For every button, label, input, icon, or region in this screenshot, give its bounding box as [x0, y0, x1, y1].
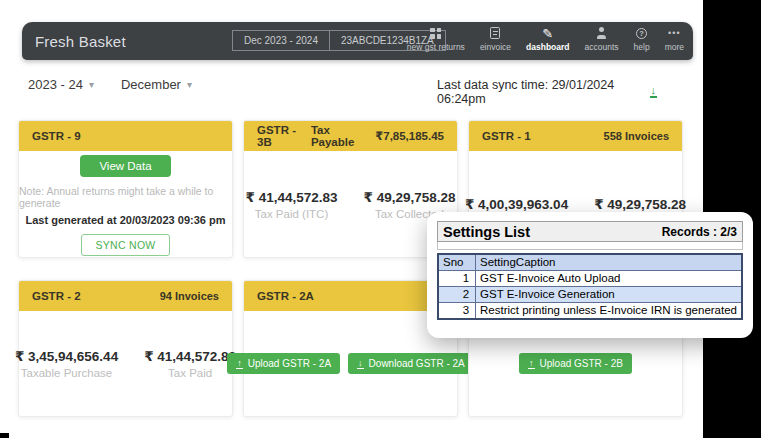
invoice-count-badge: 94 Invoices	[160, 290, 219, 302]
person-icon	[596, 26, 608, 40]
gstr9-note: Note: Annual returns might take a while …	[19, 185, 232, 209]
card-gstr9-header: GSTR - 9	[19, 121, 232, 151]
question-icon: ?	[636, 26, 647, 40]
nav-accounts[interactable]: accounts	[585, 26, 619, 52]
card-gstr2-body: ₹ 3,45,94,656.44 Taxable Purchase ₹ 41,4…	[19, 311, 232, 416]
stat-value: ₹ 41,44,572.83	[144, 348, 236, 364]
button-label: Download GSTR - 2A	[369, 358, 465, 369]
header-nav: new gst returns einvoice ✎ dashboard acc…	[407, 26, 684, 58]
button-label: Upload GSTR - 2B	[540, 358, 623, 369]
nav-label: dashboard	[526, 42, 569, 52]
settings-popup-titlebar: Settings List Records : 2/3	[437, 221, 743, 242]
document-icon	[490, 26, 500, 40]
download-gstr2a-button[interactable]: ↓ Download GSTR - 2A	[348, 353, 474, 374]
grid-icon	[430, 26, 441, 40]
card-title: GSTR - 9	[32, 130, 81, 142]
card-gstr2a-header: GSTR - 2A	[244, 281, 457, 311]
stat-value: ₹ 3,45,94,656.44	[15, 348, 118, 364]
invoice-count-badge: 558 Invoices	[604, 130, 669, 142]
black-corner-artifact	[0, 433, 9, 438]
nav-label: accounts	[585, 42, 619, 52]
card-gstr1-header: GSTR - 1 558 Invoices	[469, 121, 682, 151]
nav-label: more	[665, 42, 684, 52]
stat-label: Taxable Purchase	[15, 367, 118, 379]
card-gstr3b: GSTR - 3B Tax Payable ₹7,85,185.45 ₹ 41,…	[243, 120, 458, 258]
button-label: Upload GSTR - 2A	[248, 358, 331, 369]
row-caption: GST E-Invoice Generation	[476, 287, 742, 303]
stat-value: ₹ 4,00,39,963.04	[465, 196, 568, 212]
column-header-sno: Sno	[438, 254, 476, 271]
card-gstr3b-body: ₹ 41,44,572.83 Tax Paid (ITC) ₹ 49,29,75…	[244, 151, 457, 257]
stat-taxable-sales: ₹ 4,00,39,963.04	[465, 196, 568, 212]
settings-table: Sno SettingCaption 1 GST E-Invoice Auto …	[437, 253, 743, 320]
tax-payable-badge: Tax Payable ₹7,85,185.45	[311, 124, 444, 148]
nav-label: help	[634, 42, 650, 52]
gstr9-last-generated: Last generated at 20/03/2023 09:36 pm	[26, 214, 226, 226]
card-title: GSTR - 2	[32, 290, 81, 302]
card-gstr2: GSTR - 2 94 Invoices ₹ 3,45,94,656.44 Ta…	[18, 280, 233, 417]
nav-dashboard[interactable]: ✎ dashboard	[526, 26, 569, 52]
stat-tax-paid-itc: ₹ 41,44,572.83 Tax Paid (ITC)	[246, 189, 338, 220]
stat-value: ₹ 49,29,758.28	[364, 189, 456, 205]
stat-label: Tax Paid	[144, 367, 236, 379]
sync-status-text: Last data sync time: 29/01/2024 06:24pm	[437, 78, 643, 106]
year-dropdown[interactable]: 2023 - 24 ▾	[28, 77, 94, 92]
period-selector-button[interactable]: Dec 2023 - 2024	[232, 30, 330, 51]
row-caption: GST E-Invoice Auto Upload	[476, 271, 742, 287]
nav-help[interactable]: ? help	[634, 26, 650, 52]
settings-popup-title: Settings List	[443, 224, 530, 240]
filter-row: 2023 - 24 ▾ December ▾	[28, 77, 192, 92]
stat-label: Tax Paid (ITC)	[246, 208, 338, 220]
tax-payable-label: Tax Payable	[311, 124, 369, 148]
row-sno: 1	[438, 271, 476, 287]
sync-now-button[interactable]: SYNC NOW	[81, 234, 169, 256]
stat-value: ₹ 41,44,572.83	[246, 189, 338, 205]
year-dropdown-value: 2023 - 24	[28, 77, 83, 92]
view-data-button[interactable]: View Data	[80, 155, 170, 177]
download-icon[interactable]: ↓	[650, 86, 658, 98]
row-sno: 2	[438, 287, 476, 303]
records-count: Records : 2/3	[662, 225, 737, 239]
stat-tax-collected: ₹ 49,29,758.28	[594, 196, 686, 212]
stat-tax-paid: ₹ 41,44,572.83 Tax Paid	[144, 348, 236, 379]
nav-more[interactable]: ••• more	[665, 26, 684, 52]
settings-row[interactable]: 3 Restrict printing unless E-Invoice IRN…	[438, 303, 742, 320]
card-title: GSTR - 1	[482, 130, 531, 142]
app-header: Fresh Basket Dec 2023 - 2024 23ABCDE1234…	[22, 22, 693, 60]
nav-einvoice[interactable]: einvoice	[480, 26, 511, 52]
sync-status: Last data sync time: 29/01/2024 06:24pm …	[437, 78, 657, 106]
row-caption: Restrict printing unless E-Invoice IRN i…	[476, 303, 742, 320]
settings-popup-spacer	[437, 242, 743, 250]
card-gstr9-body: View Data Note: Annual returns might tak…	[19, 151, 232, 257]
card-gstr2a: GSTR - 2A ↑ Upload GSTR - 2A ↓ Download …	[243, 280, 458, 417]
card-title: GSTR - 2A	[257, 290, 314, 302]
download-icon: ↓	[357, 359, 364, 369]
settings-list-popup: Settings List Records : 2/3 Sno SettingC…	[427, 212, 753, 338]
row-sno: 3	[438, 303, 476, 320]
column-header-settingcaption: SettingCaption	[476, 254, 742, 271]
month-dropdown[interactable]: December ▾	[121, 77, 192, 92]
dashboard-page: Fresh Basket Dec 2023 - 2024 23ABCDE1234…	[0, 0, 761, 438]
stat-taxable-purchase: ₹ 3,45,94,656.44 Taxable Purchase	[15, 348, 118, 379]
nav-new-gst-returns[interactable]: new gst returns	[407, 26, 465, 52]
chevron-down-icon: ▾	[89, 80, 94, 90]
upload-gstr2b-button[interactable]: ↑ Upload GSTR - 2B	[519, 353, 632, 374]
stat-value: ₹ 49,29,758.28	[594, 196, 686, 212]
settings-table-header-row: Sno SettingCaption	[438, 254, 742, 271]
month-dropdown-value: December	[121, 77, 181, 92]
settings-row-selected[interactable]: 2 GST E-Invoice Generation	[438, 287, 742, 303]
tax-payable-value: ₹7,85,185.45	[375, 129, 444, 143]
settings-row[interactable]: 1 GST E-Invoice Auto Upload	[438, 271, 742, 287]
card-gstr2-header: GSTR - 2 94 Invoices	[19, 281, 232, 311]
upload-icon: ↑	[236, 359, 243, 369]
ellipsis-icon: •••	[668, 26, 680, 40]
nav-label: new gst returns	[407, 42, 465, 52]
pencil-icon: ✎	[542, 26, 553, 40]
card-gstr2a-body: ↑ Upload GSTR - 2A ↓ Download GSTR - 2A	[244, 311, 457, 416]
card-gstr9: GSTR - 9 View Data Note: Annual returns …	[18, 120, 233, 258]
upload-icon: ↑	[528, 359, 535, 369]
app-title: Fresh Basket	[35, 33, 126, 50]
upload-gstr2a-button[interactable]: ↑ Upload GSTR - 2A	[227, 353, 340, 374]
chevron-down-icon: ▾	[187, 80, 192, 90]
card-gstr3b-header: GSTR - 3B Tax Payable ₹7,85,185.45	[244, 121, 457, 151]
